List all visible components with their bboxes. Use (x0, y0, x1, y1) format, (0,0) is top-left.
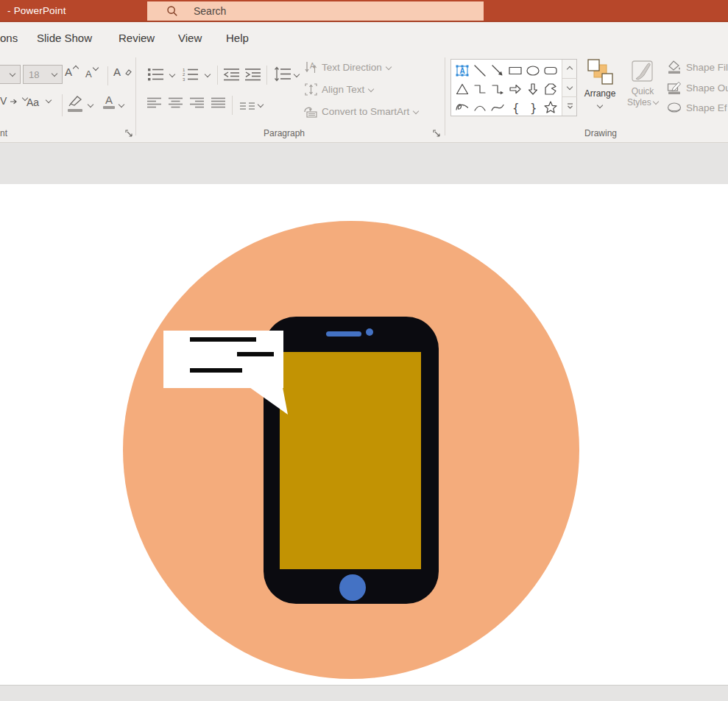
justify-icon (211, 97, 225, 108)
font-color-button[interactable]: A (103, 94, 115, 109)
shape-elbow-arrow-connector-icon[interactable] (489, 80, 506, 98)
tab-help[interactable]: Help (226, 32, 249, 44)
font-name-combo[interactable] (0, 65, 21, 84)
svg-text:1: 1 (183, 68, 185, 72)
columns-button[interactable] (240, 99, 255, 113)
smartart-icon (303, 105, 317, 118)
tab-animations-cut[interactable]: ons (0, 32, 18, 44)
convert-to-smartart-button[interactable]: Convert to SmartArt (303, 105, 418, 118)
shape-outline-button[interactable]: Shape Ou (667, 81, 728, 94)
shape-line-icon[interactable] (471, 61, 489, 80)
gallery-scroll-up-button[interactable] (562, 60, 577, 78)
shape-fill-button[interactable]: Shape Fil (667, 60, 728, 74)
tab-view[interactable]: View (178, 32, 202, 44)
tab-slide-show[interactable]: Slide Show (37, 32, 92, 44)
align-left-button[interactable] (147, 97, 161, 111)
gallery-more-button[interactable] (562, 96, 577, 115)
chevron-down-icon[interactable] (294, 71, 300, 77)
divider (232, 96, 233, 115)
bullets-button[interactable] (147, 67, 165, 85)
smartphone-speaker-shape[interactable] (326, 331, 361, 337)
smartphone-home-button-shape[interactable] (339, 574, 366, 601)
svg-text:2: 2 (183, 72, 185, 77)
justify-button[interactable] (211, 97, 225, 111)
speech-bubble-tail[interactable] (247, 387, 292, 418)
ribbon-tab-row: ons Slide Show Review View Help (0, 22, 728, 53)
shape-rectangle-icon[interactable] (506, 61, 524, 80)
shape-rounded-rectangle-icon[interactable] (542, 61, 559, 80)
numbering-button[interactable]: 123 (182, 67, 199, 85)
shape-triangle-icon[interactable] (453, 80, 471, 98)
shape-freeform-icon[interactable] (542, 80, 559, 98)
shape-left-brace-icon[interactable]: { (506, 98, 524, 116)
chevron-down-icon[interactable] (205, 71, 211, 77)
align-center-button[interactable] (169, 97, 183, 111)
bullet-list-icon (147, 67, 165, 82)
shape-star-icon[interactable] (542, 98, 559, 116)
chevron-down-icon (386, 63, 392, 69)
chevron-down-icon[interactable] (88, 102, 93, 108)
shape-arc-icon[interactable] (471, 98, 489, 116)
svg-text:{: { (512, 101, 520, 114)
gallery-scroll-down-button[interactable] (562, 78, 577, 96)
font-size-value: 18 (24, 69, 52, 80)
smartphone-screen-shape[interactable] (280, 352, 421, 569)
quick-styles-button[interactable]: Quick Styles (623, 59, 662, 108)
shape-curve-icon[interactable] (489, 98, 506, 116)
text-direction-button[interactable]: A Text Direction (305, 61, 391, 74)
chevron-up-icon (73, 66, 79, 71)
bubble-text-line-1[interactable] (190, 337, 256, 342)
chevron-down-icon (413, 108, 419, 113)
align-text-button[interactable]: Align Text (305, 83, 373, 96)
decrease-indent-button[interactable] (223, 67, 240, 85)
arrange-button[interactable]: Arrange (582, 59, 618, 112)
search-placeholder: Search (194, 5, 226, 17)
line-spacing-button[interactable] (274, 66, 291, 85)
smartphone-camera-dot[interactable] (366, 328, 373, 336)
clear-formatting-button[interactable]: A (113, 66, 132, 79)
shape-right-brace-icon[interactable]: } (524, 98, 542, 116)
chevron-down-icon (368, 85, 374, 91)
arrange-label: Arrange (582, 88, 618, 99)
highlight-color-bar (68, 109, 82, 112)
group-divider (445, 57, 445, 135)
chevron-down-icon (92, 65, 98, 71)
paragraph-dialog-launcher[interactable] (433, 130, 441, 138)
shape-oval-icon[interactable] (524, 61, 542, 80)
character-spacing-button[interactable]: V (0, 94, 27, 108)
text-highlight-color-button[interactable] (68, 95, 84, 112)
decrease-font-size-button[interactable]: A (85, 66, 98, 80)
shape-line-arrow-icon[interactable] (489, 61, 506, 80)
change-case-button[interactable]: Aa (26, 96, 51, 109)
shape-down-arrow-icon[interactable] (524, 80, 542, 98)
align-right-button[interactable] (190, 97, 204, 111)
columns-icon (240, 102, 255, 110)
shape-text-box-icon[interactable]: A (453, 61, 471, 80)
shape-right-arrow-icon[interactable] (506, 80, 524, 98)
divider (217, 66, 218, 85)
align-right-icon (190, 97, 204, 108)
chevron-down-icon (52, 71, 57, 77)
search-box[interactable]: Search (147, 1, 484, 21)
chevron-down-icon[interactable] (119, 102, 124, 108)
chevron-down-icon[interactable] (169, 71, 175, 77)
shape-effects-button[interactable]: Shape Ef (667, 102, 727, 113)
shape-scribble-icon[interactable] (453, 98, 471, 116)
increase-indent-button[interactable] (244, 67, 261, 85)
right-arrow-icon (10, 99, 17, 105)
decrease-indent-icon (223, 67, 240, 82)
increase-indent-icon (244, 67, 261, 82)
increase-font-size-button[interactable]: A (65, 66, 78, 79)
font-size-combo[interactable]: 18 (23, 65, 63, 84)
font-dialog-launcher[interactable] (125, 130, 133, 138)
pencil-icon (667, 81, 682, 94)
chevron-down-icon[interactable] (258, 102, 264, 108)
divider (62, 94, 63, 116)
tab-review[interactable]: Review (119, 32, 155, 44)
paragraph-group-label: Paragraph (264, 128, 305, 138)
arrange-icon (587, 59, 613, 85)
shape-elbow-connector-icon[interactable] (471, 80, 489, 98)
bubble-text-line-3[interactable] (190, 368, 242, 373)
align-text-icon (305, 83, 317, 96)
bubble-text-line-2[interactable] (237, 352, 274, 356)
